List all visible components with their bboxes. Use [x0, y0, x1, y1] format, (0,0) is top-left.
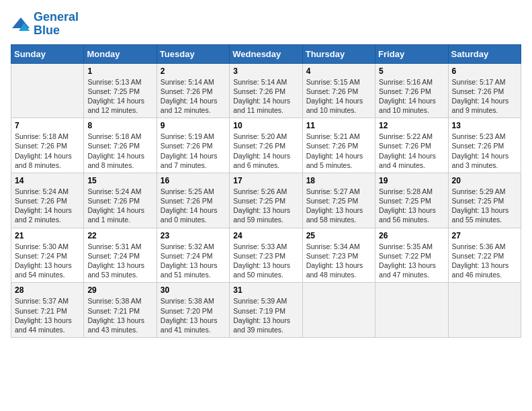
calendar-cell: 11Sunrise: 5:21 AM Sunset: 7:26 PM Dayli…	[302, 118, 375, 173]
day-number: 25	[306, 231, 371, 240]
day-number: 23	[161, 231, 226, 240]
calendar-week-row: 21Sunrise: 5:30 AM Sunset: 7:24 PM Dayli…	[11, 228, 521, 283]
calendar-table: SundayMondayTuesdayWednesdayThursdayFrid…	[11, 44, 521, 338]
logo: General Blue	[11, 11, 79, 38]
calendar-cell: 1Sunrise: 5:13 AM Sunset: 7:25 PM Daylig…	[84, 63, 157, 118]
day-number: 24	[233, 231, 298, 240]
calendar-cell: 29Sunrise: 5:38 AM Sunset: 7:21 PM Dayli…	[84, 283, 157, 338]
day-number: 27	[452, 231, 517, 240]
calendar-cell: 21Sunrise: 5:30 AM Sunset: 7:24 PM Dayli…	[11, 228, 84, 283]
day-number: 21	[15, 231, 80, 240]
calendar-cell: 24Sunrise: 5:33 AM Sunset: 7:23 PM Dayli…	[230, 228, 302, 283]
calendar-cell: 14Sunrise: 5:24 AM Sunset: 7:26 PM Dayli…	[11, 173, 84, 228]
day-number: 5	[379, 66, 444, 76]
calendar-cell: 16Sunrise: 5:25 AM Sunset: 7:26 PM Dayli…	[157, 173, 229, 228]
day-number: 9	[161, 121, 226, 130]
calendar-cell	[11, 63, 84, 118]
day-info: Sunrise: 5:20 AM Sunset: 7:26 PM Dayligh…	[233, 132, 298, 170]
day-number: 11	[306, 121, 371, 130]
day-number: 19	[379, 176, 444, 185]
calendar-cell: 8Sunrise: 5:18 AM Sunset: 7:26 PM Daylig…	[84, 118, 157, 173]
day-info: Sunrise: 5:19 AM Sunset: 7:26 PM Dayligh…	[161, 132, 226, 170]
header-day-thursday: Thursday	[302, 44, 375, 63]
day-number: 1	[87, 66, 152, 76]
calendar-cell: 3Sunrise: 5:14 AM Sunset: 7:26 PM Daylig…	[230, 63, 302, 118]
day-info: Sunrise: 5:24 AM Sunset: 7:26 PM Dayligh…	[15, 187, 80, 225]
day-number: 12	[379, 121, 444, 130]
calendar-week-row: 14Sunrise: 5:24 AM Sunset: 7:26 PM Dayli…	[11, 173, 521, 228]
svg-marker-0	[12, 17, 30, 28]
calendar-cell: 17Sunrise: 5:26 AM Sunset: 7:25 PM Dayli…	[230, 173, 302, 228]
calendar-cell: 18Sunrise: 5:27 AM Sunset: 7:25 PM Dayli…	[302, 173, 375, 228]
day-info: Sunrise: 5:15 AM Sunset: 7:26 PM Dayligh…	[306, 77, 371, 116]
day-info: Sunrise: 5:38 AM Sunset: 7:21 PM Dayligh…	[87, 296, 152, 334]
day-info: Sunrise: 5:31 AM Sunset: 7:24 PM Dayligh…	[87, 242, 152, 280]
header-day-sunday: Sunday	[11, 44, 84, 63]
day-number: 14	[15, 176, 80, 185]
calendar-cell: 13Sunrise: 5:23 AM Sunset: 7:26 PM Dayli…	[448, 118, 521, 173]
day-info: Sunrise: 5:23 AM Sunset: 7:26 PM Dayligh…	[452, 132, 517, 170]
day-info: Sunrise: 5:13 AM Sunset: 7:25 PM Dayligh…	[87, 77, 152, 116]
calendar-cell: 5Sunrise: 5:16 AM Sunset: 7:26 PM Daylig…	[375, 63, 448, 118]
day-number: 7	[15, 121, 80, 130]
day-number: 13	[452, 121, 517, 130]
day-info: Sunrise: 5:16 AM Sunset: 7:26 PM Dayligh…	[379, 77, 444, 116]
calendar-cell: 27Sunrise: 5:36 AM Sunset: 7:22 PM Dayli…	[448, 228, 521, 283]
calendar-cell: 7Sunrise: 5:18 AM Sunset: 7:26 PM Daylig…	[11, 118, 84, 173]
calendar-cell: 6Sunrise: 5:17 AM Sunset: 7:26 PM Daylig…	[448, 63, 521, 118]
calendar-cell: 25Sunrise: 5:34 AM Sunset: 7:23 PM Dayli…	[302, 228, 375, 283]
day-info: Sunrise: 5:37 AM Sunset: 7:21 PM Dayligh…	[15, 296, 80, 334]
header-day-wednesday: Wednesday	[230, 44, 302, 63]
calendar-cell: 20Sunrise: 5:29 AM Sunset: 7:25 PM Dayli…	[448, 173, 521, 228]
day-number: 15	[87, 176, 152, 185]
day-info: Sunrise: 5:36 AM Sunset: 7:22 PM Dayligh…	[452, 242, 517, 280]
page-header: General Blue	[11, 11, 521, 38]
calendar-cell: 22Sunrise: 5:31 AM Sunset: 7:24 PM Dayli…	[84, 228, 157, 283]
header-day-friday: Friday	[375, 44, 448, 63]
day-number: 16	[161, 176, 226, 185]
day-number: 20	[452, 176, 517, 185]
day-info: Sunrise: 5:14 AM Sunset: 7:26 PM Dayligh…	[233, 77, 298, 116]
calendar-week-row: 7Sunrise: 5:18 AM Sunset: 7:26 PM Daylig…	[11, 118, 521, 173]
calendar-cell	[448, 283, 521, 338]
day-info: Sunrise: 5:27 AM Sunset: 7:25 PM Dayligh…	[306, 187, 371, 225]
day-number: 31	[233, 285, 298, 295]
day-number: 28	[15, 285, 80, 295]
day-info: Sunrise: 5:38 AM Sunset: 7:20 PM Dayligh…	[161, 296, 226, 334]
logo-icon	[11, 16, 31, 32]
header-day-monday: Monday	[84, 44, 157, 63]
day-number: 17	[233, 176, 298, 185]
day-info: Sunrise: 5:32 AM Sunset: 7:24 PM Dayligh…	[161, 242, 226, 280]
day-info: Sunrise: 5:30 AM Sunset: 7:24 PM Dayligh…	[15, 242, 80, 280]
day-info: Sunrise: 5:14 AM Sunset: 7:26 PM Dayligh…	[161, 77, 226, 116]
day-info: Sunrise: 5:18 AM Sunset: 7:26 PM Dayligh…	[15, 132, 80, 170]
day-number: 10	[233, 121, 298, 130]
calendar-cell: 10Sunrise: 5:20 AM Sunset: 7:26 PM Dayli…	[230, 118, 302, 173]
day-info: Sunrise: 5:35 AM Sunset: 7:22 PM Dayligh…	[379, 242, 444, 280]
day-info: Sunrise: 5:22 AM Sunset: 7:26 PM Dayligh…	[379, 132, 444, 170]
calendar-cell	[375, 283, 448, 338]
day-number: 6	[452, 66, 517, 76]
calendar-cell	[302, 283, 375, 338]
calendar-cell: 23Sunrise: 5:32 AM Sunset: 7:24 PM Dayli…	[157, 228, 229, 283]
day-number: 29	[87, 285, 152, 295]
logo-text: General Blue	[34, 11, 79, 38]
calendar-cell: 4Sunrise: 5:15 AM Sunset: 7:26 PM Daylig…	[302, 63, 375, 118]
calendar-header-row: SundayMondayTuesdayWednesdayThursdayFrid…	[11, 44, 521, 63]
calendar-cell: 12Sunrise: 5:22 AM Sunset: 7:26 PM Dayli…	[375, 118, 448, 173]
calendar-cell: 30Sunrise: 5:38 AM Sunset: 7:20 PM Dayli…	[157, 283, 229, 338]
day-number: 18	[306, 176, 371, 185]
day-info: Sunrise: 5:39 AM Sunset: 7:19 PM Dayligh…	[233, 296, 298, 334]
calendar-cell: 15Sunrise: 5:24 AM Sunset: 7:26 PM Dayli…	[84, 173, 157, 228]
day-info: Sunrise: 5:21 AM Sunset: 7:26 PM Dayligh…	[306, 132, 371, 170]
day-info: Sunrise: 5:29 AM Sunset: 7:25 PM Dayligh…	[452, 187, 517, 225]
day-number: 30	[161, 285, 226, 295]
day-info: Sunrise: 5:33 AM Sunset: 7:23 PM Dayligh…	[233, 242, 298, 280]
day-info: Sunrise: 5:24 AM Sunset: 7:26 PM Dayligh…	[87, 187, 152, 225]
calendar-week-row: 1Sunrise: 5:13 AM Sunset: 7:25 PM Daylig…	[11, 63, 521, 118]
day-number: 8	[87, 121, 152, 130]
day-number: 3	[233, 66, 298, 76]
day-number: 22	[87, 231, 152, 240]
day-info: Sunrise: 5:26 AM Sunset: 7:25 PM Dayligh…	[233, 187, 298, 225]
calendar-cell: 9Sunrise: 5:19 AM Sunset: 7:26 PM Daylig…	[157, 118, 229, 173]
